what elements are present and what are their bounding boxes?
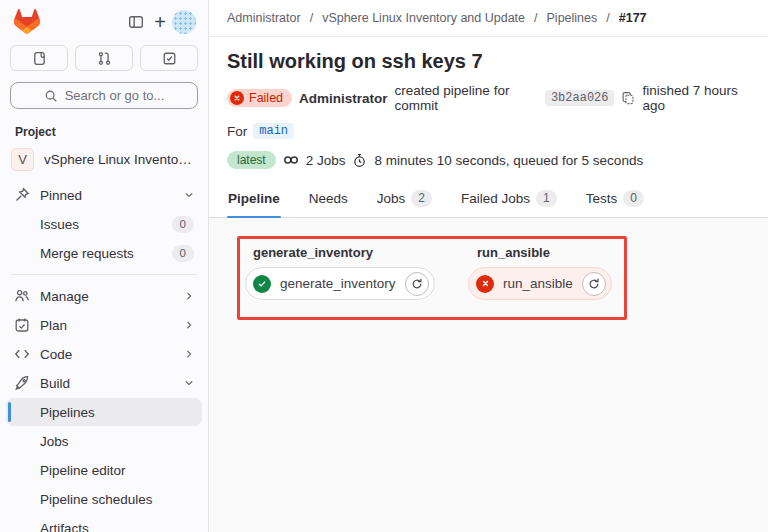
duration-text: 8 minutes 10 seconds, queued for 5 secon… (374, 153, 643, 168)
stage-name-run-ansible: run_ansible (477, 245, 550, 260)
sidebar-item-manage[interactable]: Manage (6, 282, 202, 310)
sidebar-item-label: Merge requests (40, 246, 162, 261)
issues-icon (32, 51, 47, 66)
breadcrumb: Administrator / vSphere Linux Inventory … (209, 0, 768, 37)
chevron-right-icon (184, 349, 194, 359)
sidebar-item-label: Pipelines (40, 405, 194, 420)
tab-failed-jobs-badge: 1 (536, 190, 557, 207)
panel-toggle-icon[interactable] (124, 10, 148, 34)
pipeline-author: Administrator (299, 91, 388, 106)
job-failed-icon (476, 275, 494, 293)
sidebar-item-artifacts[interactable]: Artifacts (6, 514, 202, 532)
breadcrumb-separator: / (606, 11, 609, 25)
job-pill-generate-inventory[interactable]: generate_inventory (245, 267, 435, 300)
user-avatar-image (172, 10, 196, 34)
sidebar-item-build[interactable]: Build (6, 369, 202, 397)
job-success-icon (253, 275, 271, 293)
retry-icon (411, 278, 423, 290)
pipeline-header: Still working on ssh keys 7 Failed Admin… (209, 37, 768, 169)
plus-icon[interactable]: + (148, 10, 172, 34)
tab-needs[interactable]: Needs (308, 183, 349, 217)
tab-tests[interactable]: Tests 0 (585, 183, 645, 217)
sidebar-section-label: Project (0, 113, 208, 144)
pipeline-status-row: Failed Administrator created pipeline fo… (227, 83, 750, 113)
sidebar-item-label: Issues (40, 217, 162, 232)
merge-request-icon (97, 51, 112, 66)
sidebar-top-bar: + (0, 0, 208, 38)
breadcrumb-item[interactable]: vSphere Linux Inventory and Update (322, 11, 525, 25)
sidebar-shortcuts (0, 38, 208, 73)
issues-count-badge: 0 (172, 216, 194, 233)
status-badge-label: Failed (249, 91, 283, 105)
search-input[interactable]: Search or go to... (10, 82, 198, 109)
sidebar-item-label: Pinned (40, 188, 174, 203)
calendar-icon (14, 317, 30, 333)
plus-glyph: + (154, 12, 166, 32)
sidebar-item-jobs[interactable]: Jobs (6, 427, 202, 455)
gitlab-logo[interactable] (14, 9, 40, 34)
sidebar-item-pinned[interactable]: Pinned (6, 181, 202, 209)
merge-requests-shortcut-button[interactable] (75, 45, 133, 71)
sidebar-divider (11, 274, 197, 275)
retry-job-button[interactable] (405, 272, 429, 296)
sidebar-item-label: Artifacts (40, 521, 194, 532)
job-name-label: run_ansible (503, 276, 573, 291)
tab-pipeline[interactable]: Pipeline (227, 183, 281, 217)
search-icon (44, 89, 58, 103)
todo-checkbox-icon (162, 51, 177, 66)
sidebar-item-label: Jobs (40, 434, 194, 449)
latest-badge: latest (227, 151, 276, 169)
sidebar-item-label: Build (40, 376, 174, 391)
chevron-down-icon (184, 378, 194, 388)
tab-failed-jobs[interactable]: Failed Jobs 1 (460, 183, 558, 217)
search-placeholder: Search or go to... (65, 88, 165, 103)
sidebar-item-pipeline-schedules[interactable]: Pipeline schedules (6, 485, 202, 513)
sidebar-item-issues[interactable]: Issues 0 (6, 210, 202, 238)
rocket-icon (14, 375, 30, 391)
sidebar-item-label: Manage (40, 289, 174, 304)
stopwatch-icon (352, 153, 367, 168)
main-content: Administrator / vSphere Linux Inventory … (209, 0, 768, 532)
jobs-count-text: 2 Jobs (306, 153, 346, 168)
tab-label: Failed Jobs (461, 191, 530, 206)
retry-job-button[interactable] (582, 272, 606, 296)
todos-shortcut-button[interactable] (140, 45, 198, 71)
job-name-label: generate_inventory (280, 276, 396, 291)
sidebar-item-label: Plan (40, 318, 174, 333)
pipeline-finished-text: finished 7 hours ago (642, 83, 750, 113)
issues-shortcut-button[interactable] (10, 45, 68, 71)
project-avatar: V (11, 148, 34, 171)
job-pill-run-ansible[interactable]: run_ansible (468, 267, 612, 300)
tab-jobs-badge: 2 (411, 190, 432, 207)
tab-label: Needs (309, 191, 348, 206)
sidebar-item-pipeline-editor[interactable]: Pipeline editor (6, 456, 202, 484)
pipeline-meta-row: latest 2 Jobs 8 minutes 10 seconds, queu… (227, 151, 750, 169)
sidebar-item-code[interactable]: Code (6, 340, 202, 368)
copy-commit-icon[interactable] (621, 91, 635, 105)
stage-name-generate-inventory: generate_inventory (253, 245, 373, 260)
tab-jobs[interactable]: Jobs 2 (376, 183, 433, 217)
breadcrumb-separator: / (534, 11, 537, 25)
tab-label: Pipeline (228, 191, 280, 206)
breadcrumb-item[interactable]: Administrator (227, 11, 301, 25)
sidebar-item-project[interactable]: V vSphere Linux Inventory an... (6, 145, 202, 173)
sidebar-item-pipelines[interactable]: Pipelines (6, 398, 202, 426)
pin-icon (14, 187, 30, 203)
sidebar-item-plan[interactable]: Plan (6, 311, 202, 339)
pipeline-status-text: created pipeline for commit (395, 83, 538, 113)
users-icon (14, 288, 30, 304)
sidebar-item-label: Pipeline schedules (40, 492, 194, 507)
breadcrumb-separator: / (310, 11, 313, 25)
user-avatar[interactable] (172, 10, 196, 34)
project-name-label: vSphere Linux Inventory an... (44, 152, 194, 167)
pipeline-graph: generate_inventory generate_inventory ru… (209, 218, 768, 532)
chevron-down-icon (184, 190, 194, 200)
chevron-right-icon (184, 320, 194, 330)
pipeline-tabs: Pipeline Needs Jobs 2 Failed Jobs 1 Test… (209, 183, 768, 218)
breadcrumb-item[interactable]: Pipelines (547, 11, 598, 25)
sidebar-item-merge-requests[interactable]: Merge requests 0 (6, 239, 202, 267)
pipeline-ref-row: For main (227, 123, 750, 139)
for-label: For (227, 124, 247, 139)
branch-link[interactable]: main (253, 123, 294, 139)
commit-sha-link[interactable]: 3b2aa026 (545, 90, 615, 106)
